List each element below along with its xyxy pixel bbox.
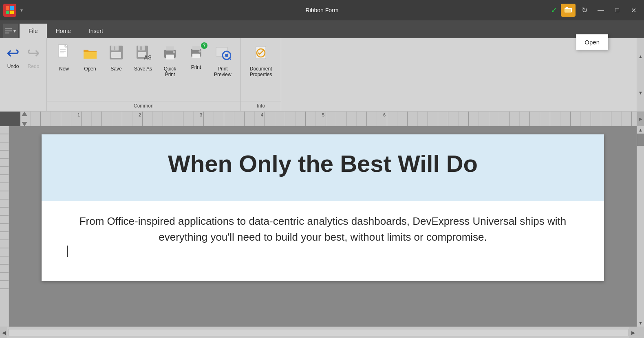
info-group: DocumentProperties Info	[241, 38, 282, 111]
quick-print-button[interactable]: QuickPrint	[158, 42, 182, 80]
svg-rect-22	[166, 46, 174, 50]
common-group-items: New Open	[47, 38, 240, 101]
print-preview-button[interactable]: PrintPreview	[210, 42, 236, 80]
text-cursor	[67, 246, 68, 257]
close-button[interactable]: ✕	[626, 4, 641, 17]
window-title: Ribbon Form	[306, 7, 339, 13]
ribbon: ↩ Undo ↪ Redo New	[0, 38, 644, 112]
title-bar-controls: ✓ ↻ — □ ✕	[551, 4, 641, 17]
undo-label: Undo	[7, 64, 19, 69]
document-properties-label: DocumentProperties	[250, 66, 272, 78]
cursor-line	[66, 245, 580, 257]
svg-point-31	[225, 54, 228, 57]
svg-text:AS: AS	[144, 54, 151, 61]
svg-rect-14	[111, 52, 121, 58]
save-icon	[108, 44, 124, 64]
ruler-right-arrow[interactable]: ▶	[637, 112, 644, 126]
print-badge: ?	[201, 42, 207, 49]
quick-print-icon	[162, 44, 178, 64]
redo-icon: ↪	[27, 44, 40, 62]
common-group-label: Common	[47, 101, 240, 111]
open-folder-icon	[82, 44, 98, 64]
tab-insert[interactable]: Insert	[80, 24, 112, 38]
tab-bar: ▼ File Home Insert	[0, 20, 644, 38]
scroll-corner	[637, 327, 644, 338]
svg-rect-4	[5, 29, 12, 29]
scroll-up-arrow[interactable]: ▲	[637, 126, 644, 134]
svg-rect-6	[5, 33, 9, 33]
maximize-button[interactable]: □	[610, 4, 624, 17]
content-area: When Only the Best Will Do From Office-i…	[0, 126, 644, 327]
indent-marker[interactable]	[20, 112, 29, 126]
doc-title: When Only the Best Will Do	[66, 151, 580, 177]
print-preview-label: PrintPreview	[214, 66, 232, 78]
save-as-label: Save As	[134, 66, 152, 72]
scroll-right-arrow[interactable]: ▶	[629, 327, 637, 338]
info-group-label: Info	[241, 101, 281, 111]
save-label: Save	[110, 66, 121, 72]
open-tooltip: Open	[576, 34, 608, 50]
save-button[interactable]: Save	[104, 42, 128, 74]
minimize-button[interactable]: —	[593, 4, 608, 17]
open-button[interactable]	[561, 4, 576, 17]
scroll-down-arrow[interactable]: ▼	[637, 319, 644, 327]
ribbon-scroll: ▲ ▼	[637, 38, 644, 111]
left-ruler	[0, 126, 9, 327]
new-label: New	[59, 66, 69, 72]
new-button[interactable]: New	[52, 42, 76, 74]
ruler-marks	[20, 112, 637, 126]
ruler-left-marker	[0, 112, 20, 126]
svg-rect-19	[140, 46, 142, 50]
scroll-track	[637, 146, 644, 319]
svg-rect-5	[5, 31, 12, 31]
svg-rect-2	[6, 11, 9, 14]
ribbon-scroll-down[interactable]: ▼	[637, 75, 644, 112]
document-properties-icon	[253, 44, 269, 64]
info-group-items: DocumentProperties	[241, 38, 281, 101]
ruler-body: 1 2 3 4 5 6	[20, 112, 637, 126]
title-bar-dropdown-arrow[interactable]: ▼	[20, 8, 24, 13]
scroll-track-horizontal[interactable]	[8, 329, 629, 336]
undo-redo-group: ↩ Undo ↪ Redo	[0, 38, 47, 111]
svg-point-24	[173, 51, 175, 53]
indent-bottom-triangle	[22, 122, 27, 126]
undo-icon: ↩	[7, 44, 20, 62]
right-scrollbar[interactable]: ▲ ▼	[637, 126, 644, 327]
tab-home[interactable]: Home	[47, 24, 80, 38]
print-badge-icon: ?	[188, 44, 204, 63]
ribbon-scroll-up[interactable]: ▲	[637, 38, 644, 75]
svg-rect-15	[114, 46, 115, 50]
tab-file[interactable]: File	[20, 24, 47, 38]
print-preview-icon	[214, 44, 231, 64]
doc-body[interactable]: From Office-inspired applications to dat…	[42, 201, 604, 270]
bottom-scrollbar: ◀ ▶	[0, 327, 644, 338]
svg-rect-0	[6, 6, 9, 10]
doc-subtitle: From Office-inspired applications to dat…	[66, 213, 580, 245]
title-bar: ▼ Ribbon Form ✓ ↻ — □ ✕ Open	[0, 0, 644, 20]
new-icon	[56, 44, 72, 64]
left-ruler-marks	[0, 126, 9, 289]
save-as-button[interactable]: AS Save As	[130, 42, 156, 74]
doc-page: When Only the Best Will Do From Office-i…	[42, 134, 604, 281]
open-label: Open	[84, 66, 96, 72]
print-button[interactable]: ? Print	[184, 42, 208, 72]
check-icon: ✓	[551, 5, 558, 15]
indent-top-triangle	[22, 112, 27, 116]
scroll-left-arrow[interactable]: ◀	[0, 327, 7, 338]
redo-button[interactable]: ↪ Redo	[24, 42, 43, 72]
document-properties-button[interactable]: DocumentProperties	[246, 42, 276, 80]
redo-label: Redo	[28, 64, 40, 69]
svg-rect-26	[192, 46, 200, 50]
refresh-button[interactable]: ↻	[577, 4, 592, 17]
doc-container: When Only the Best Will Do From Office-i…	[9, 126, 637, 327]
svg-rect-3	[10, 11, 14, 14]
svg-point-28	[198, 50, 201, 52]
scroll-thumb[interactable]	[637, 134, 644, 146]
undo-button[interactable]: ↩ Undo	[3, 42, 23, 72]
doc-body-text: From Office-inspired applications to dat…	[79, 215, 567, 243]
svg-rect-27	[192, 54, 200, 58]
open-ribbon-button[interactable]: Open	[78, 42, 102, 74]
svg-line-32	[229, 58, 231, 60]
view-toggle-button[interactable]: ▼	[3, 24, 18, 38]
doc-banner: When Only the Best Will Do	[42, 134, 604, 201]
